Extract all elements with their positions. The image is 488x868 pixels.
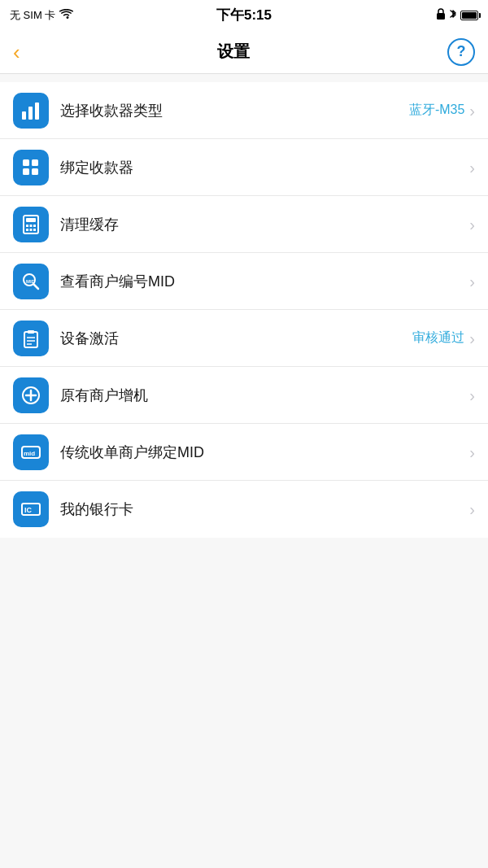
item-icon-clear-cache: [13, 207, 49, 242]
svg-rect-5: [32, 159, 38, 166]
item-icon-device-activate: [13, 321, 49, 356]
item-label-clear-cache: 清理缓存: [60, 215, 469, 234]
svg-rect-10: [26, 225, 28, 227]
item-label-bind-mid: 传统收单商户绑定MID: [60, 443, 469, 462]
svg-rect-4: [23, 159, 29, 166]
svg-rect-13: [26, 229, 28, 231]
settings-item-clear-cache[interactable]: 清理缓存 ›: [0, 196, 488, 253]
item-value-choose-receiver-type: 蓝牙-M35: [409, 102, 464, 119]
svg-text:IC: IC: [24, 506, 33, 514]
svg-rect-14: [30, 229, 33, 231]
svg-rect-9: [26, 218, 36, 222]
item-icon-view-mid: MID: [13, 264, 49, 299]
svg-text:mid: mid: [24, 450, 35, 457]
svg-text:MID: MID: [26, 278, 36, 283]
settings-item-bank-card[interactable]: IC 我的银行卡 ›: [0, 481, 488, 538]
item-arrow-clear-cache: ›: [469, 216, 475, 233]
svg-rect-15: [33, 229, 36, 231]
svg-rect-7: [32, 168, 38, 175]
lock-icon: [436, 8, 446, 22]
item-arrow-choose-receiver-type: ›: [469, 103, 475, 119]
item-arrow-device-activate: ›: [469, 330, 475, 347]
svg-rect-20: [28, 330, 34, 334]
settings-item-bind-mid[interactable]: mid 传统收单商户绑定MID ›: [0, 424, 488, 481]
item-label-view-mid: 查看商户编号MID: [60, 272, 469, 291]
battery-icon: [460, 9, 478, 21]
svg-rect-2: [28, 107, 33, 120]
svg-rect-1: [22, 111, 26, 120]
item-label-merchant-expand: 原有商户增机: [60, 386, 469, 405]
item-arrow-bank-card: ›: [469, 501, 475, 517]
item-icon-bind-mid: mid: [13, 434, 49, 470]
item-label-choose-receiver-type: 选择收款器类型: [60, 101, 409, 120]
wifi-icon: [59, 9, 73, 22]
status-right: [436, 8, 478, 22]
settings-item-merchant-expand[interactable]: 原有商户增机 ›: [0, 367, 488, 424]
item-icon-bind-receiver: [13, 150, 49, 185]
item-arrow-bind-mid: ›: [469, 444, 475, 460]
item-icon-choose-receiver-type: [13, 93, 49, 129]
svg-rect-12: [33, 225, 36, 227]
settings-list: 选择收款器类型 蓝牙-M35 › 绑定收款器 › 清理缓存 ›: [0, 82, 488, 538]
status-left: 无 SIM 卡: [10, 8, 73, 23]
settings-item-view-mid[interactable]: MID 查看商户编号MID ›: [0, 253, 488, 310]
nav-bar: ‹ 设置 ?: [0, 30, 488, 74]
svg-line-17: [34, 284, 39, 289]
help-button[interactable]: ?: [447, 38, 475, 66]
item-arrow-view-mid: ›: [469, 273, 475, 290]
item-icon-bank-card: IC: [13, 491, 49, 527]
svg-rect-19: [24, 332, 37, 347]
item-value-device-activate: 审核通过: [412, 329, 464, 347]
bluetooth-icon: [449, 8, 457, 22]
status-time: 下午5:15: [216, 6, 272, 24]
item-label-device-activate: 设备激活: [60, 329, 412, 348]
page-title: 设置: [217, 41, 250, 63]
svg-rect-11: [30, 225, 33, 227]
back-button[interactable]: ‹: [13, 41, 20, 63]
item-icon-merchant-expand: [13, 377, 49, 413]
svg-rect-0: [437, 13, 445, 20]
svg-rect-3: [35, 103, 39, 120]
item-arrow-merchant-expand: ›: [469, 387, 475, 403]
settings-item-bind-receiver[interactable]: 绑定收款器 ›: [0, 139, 488, 196]
item-label-bank-card: 我的银行卡: [60, 499, 469, 519]
settings-item-device-activate[interactable]: 设备激活 审核通过 ›: [0, 310, 488, 367]
settings-item-choose-receiver-type[interactable]: 选择收款器类型 蓝牙-M35 ›: [0, 82, 488, 139]
status-bar: 无 SIM 卡 下午5:15: [0, 0, 488, 30]
item-arrow-bind-receiver: ›: [469, 159, 475, 176]
svg-rect-6: [23, 168, 29, 175]
item-label-bind-receiver: 绑定收款器: [60, 158, 469, 177]
carrier-label: 无 SIM 卡: [10, 8, 55, 23]
